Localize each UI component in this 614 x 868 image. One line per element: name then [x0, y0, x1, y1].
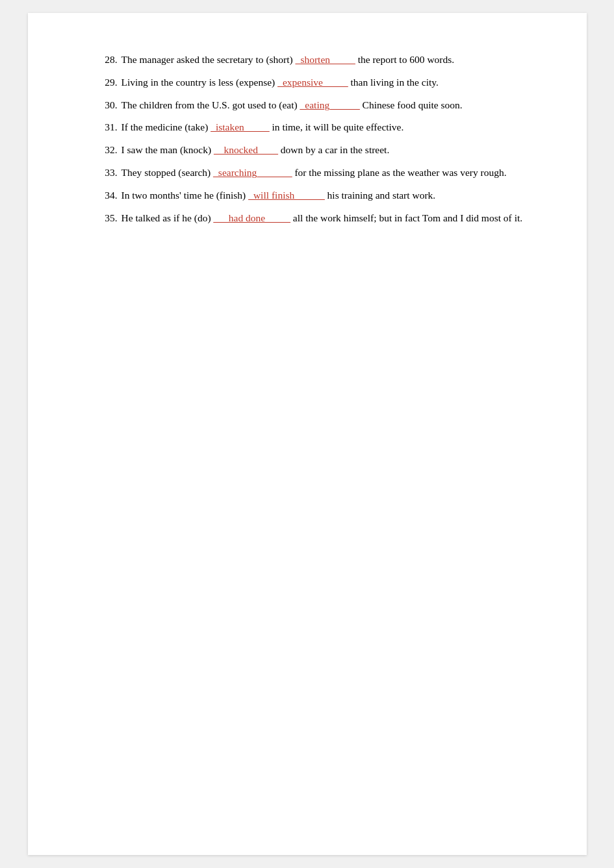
item-content: In two months' time he (finish) _will fi…: [122, 188, 535, 204]
item-number: 30.: [93, 97, 118, 114]
item-answer: __knocked____: [214, 144, 278, 155]
item-after-text: Chinese food quite soon.: [360, 99, 463, 110]
item-before-text: The children from the U.S. got used to (…: [122, 99, 300, 110]
item-answer: _shorten_____: [296, 54, 355, 65]
list-item: 31.If the medicine (take) _istaken_____ …: [93, 119, 535, 136]
list-item: 28.The manager asked the secretary to (s…: [93, 52, 535, 68]
item-before-text: In two months' time he (finish): [122, 190, 249, 201]
item-number: 33.: [93, 165, 118, 181]
list-item: 33.They stopped (search) _searching_____…: [93, 165, 535, 181]
item-before-text: Living in the country is less (expense): [122, 77, 278, 88]
item-after-text: in time, it will be quite effective.: [270, 121, 404, 132]
item-after-text: than living in the city.: [348, 77, 439, 88]
item-after-text: his training and start work.: [325, 190, 435, 201]
item-content: If the medicine (take) _istaken_____ in …: [122, 119, 535, 136]
item-content: Living in the country is less (expense) …: [122, 75, 535, 91]
list-item: 30.The children from the U.S. got used t…: [93, 97, 535, 114]
item-before-text: The manager asked the secretary to (shor…: [122, 54, 296, 65]
item-number: 29.: [93, 75, 118, 91]
list-item: 35.He talked as if he (do) ___had done__…: [93, 210, 535, 227]
item-number: 28.: [93, 52, 118, 68]
list-item: 34.In two months' time he (finish) _will…: [93, 188, 535, 204]
item-before-text: If the medicine (take): [122, 121, 211, 132]
item-after-text: the report to 600 words.: [355, 54, 454, 65]
item-answer: ___had done_____: [214, 212, 290, 223]
item-number: 34.: [93, 188, 118, 204]
page: 28.The manager asked the secretary to (s…: [28, 13, 587, 855]
item-before-text: I saw the man (knock): [122, 144, 214, 155]
item-content: The children from the U.S. got used to (…: [122, 97, 535, 114]
exercise-list: 28.The manager asked the secretary to (s…: [93, 52, 535, 226]
item-after-text: all the work himself; but in fact Tom an…: [290, 212, 522, 223]
item-before-text: He talked as if he (do): [122, 212, 214, 223]
item-content: The manager asked the secretary to (shor…: [122, 52, 535, 68]
item-answer: _will finish______: [248, 190, 325, 201]
item-number: 31.: [93, 119, 118, 136]
item-after-text: down by a car in the street.: [278, 144, 389, 155]
item-content: He talked as if he (do) ___had done_____…: [122, 210, 535, 227]
list-item: 32.I saw the man (knock) __knocked____ d…: [93, 142, 535, 158]
item-number: 35.: [93, 210, 118, 227]
item-answer: _eating______: [300, 99, 360, 110]
item-content: They stopped (search) _searching_______ …: [122, 165, 535, 181]
item-number: 32.: [93, 142, 118, 158]
item-content: I saw the man (knock) __knocked____ down…: [122, 142, 535, 158]
item-answer: _expensive_____: [277, 77, 348, 88]
item-answer: _searching_______: [213, 167, 292, 178]
list-item: 29.Living in the country is less (expens…: [93, 75, 535, 91]
item-answer: _istaken_____: [211, 121, 269, 132]
item-before-text: They stopped (search): [122, 167, 214, 178]
item-after-text: for the missing plane as the weather was…: [292, 167, 507, 178]
